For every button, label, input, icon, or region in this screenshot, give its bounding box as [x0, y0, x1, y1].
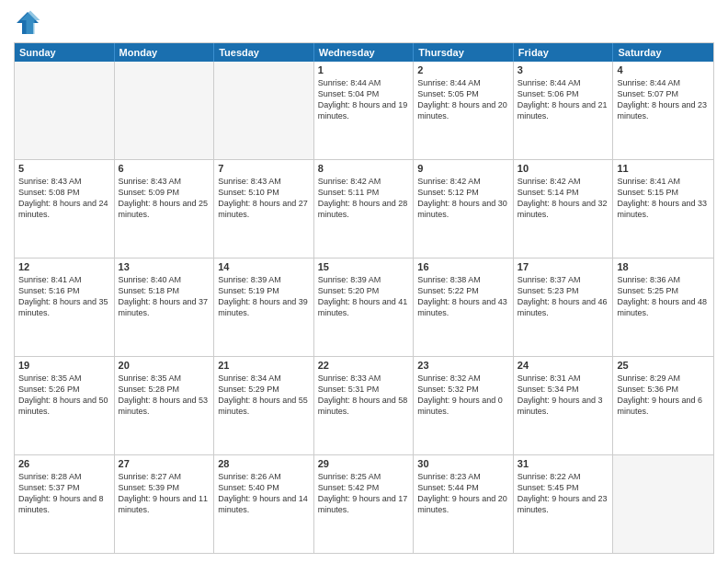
day-number: 24	[518, 360, 609, 371]
cell-detail: Sunrise: 8:22 AMSunset: 5:45 PMDaylight:…	[518, 471, 609, 516]
day-number: 25	[617, 360, 710, 371]
day-number: 8	[318, 163, 410, 174]
calendar-cell: 23Sunrise: 8:32 AMSunset: 5:32 PMDayligh…	[414, 357, 514, 454]
day-number: 29	[318, 458, 410, 469]
calendar-cell: 1Sunrise: 8:44 AMSunset: 5:04 PMDaylight…	[314, 62, 415, 159]
day-number: 20	[119, 360, 210, 371]
cell-detail: Sunrise: 8:32 AMSunset: 5:32 PMDaylight:…	[417, 373, 509, 418]
calendar-cell: 2Sunrise: 8:44 AMSunset: 5:05 PMDaylight…	[414, 62, 514, 159]
cell-detail: Sunrise: 8:26 AMSunset: 5:40 PMDaylight:…	[218, 471, 310, 516]
cell-detail: Sunrise: 8:39 AMSunset: 5:19 PMDaylight:…	[218, 274, 310, 319]
cell-detail: Sunrise: 8:23 AMSunset: 5:44 PMDaylight:…	[417, 471, 509, 516]
calendar-cell: 22Sunrise: 8:33 AMSunset: 5:31 PMDayligh…	[314, 357, 415, 454]
calendar-cell	[214, 62, 314, 159]
day-number: 23	[417, 360, 509, 371]
weekday-header: Friday	[514, 43, 614, 62]
calendar-cell: 17Sunrise: 8:37 AMSunset: 5:23 PMDayligh…	[514, 259, 614, 356]
calendar-row: 19Sunrise: 8:35 AMSunset: 5:26 PMDayligh…	[15, 356, 713, 454]
day-number: 13	[119, 261, 210, 272]
calendar-cell: 11Sunrise: 8:41 AMSunset: 5:15 PMDayligh…	[613, 160, 713, 258]
cell-detail: Sunrise: 8:43 AMSunset: 5:09 PMDaylight:…	[119, 176, 210, 221]
calendar-cell: 5Sunrise: 8:43 AMSunset: 5:08 PMDaylight…	[15, 160, 115, 258]
day-number: 27	[119, 458, 210, 469]
day-number: 6	[119, 163, 210, 174]
day-number: 11	[617, 163, 710, 174]
calendar-cell: 10Sunrise: 8:42 AMSunset: 5:14 PMDayligh…	[514, 160, 614, 258]
day-number: 18	[617, 261, 710, 272]
day-number: 9	[417, 163, 509, 174]
calendar-cell: 26Sunrise: 8:28 AMSunset: 5:37 PMDayligh…	[15, 455, 115, 553]
day-number: 4	[617, 64, 710, 75]
calendar-cell: 7Sunrise: 8:43 AMSunset: 5:10 PMDaylight…	[214, 160, 314, 258]
cell-detail: Sunrise: 8:35 AMSunset: 5:28 PMDaylight:…	[119, 373, 210, 418]
cell-detail: Sunrise: 8:38 AMSunset: 5:22 PMDaylight:…	[417, 274, 509, 319]
calendar-cell	[15, 62, 115, 159]
day-number: 3	[518, 64, 609, 75]
calendar-row: 12Sunrise: 8:41 AMSunset: 5:16 PMDayligh…	[15, 258, 713, 356]
day-number: 1	[318, 64, 410, 75]
day-number: 30	[417, 458, 509, 469]
cell-detail: Sunrise: 8:41 AMSunset: 5:15 PMDaylight:…	[617, 176, 710, 221]
cell-detail: Sunrise: 8:44 AMSunset: 5:07 PMDaylight:…	[617, 77, 710, 122]
weekday-header: Monday	[115, 43, 215, 62]
cell-detail: Sunrise: 8:42 AMSunset: 5:14 PMDaylight:…	[518, 176, 609, 221]
cell-detail: Sunrise: 8:27 AMSunset: 5:39 PMDaylight:…	[119, 471, 210, 516]
calendar-cell: 4Sunrise: 8:44 AMSunset: 5:07 PMDaylight…	[613, 62, 713, 159]
cell-detail: Sunrise: 8:41 AMSunset: 5:16 PMDaylight:…	[18, 274, 110, 319]
day-number: 22	[318, 360, 410, 371]
cell-detail: Sunrise: 8:44 AMSunset: 5:06 PMDaylight:…	[518, 77, 609, 122]
page: SundayMondayTuesdayWednesdayThursdayFrid…	[0, 0, 728, 563]
calendar-cell: 18Sunrise: 8:36 AMSunset: 5:25 PMDayligh…	[613, 259, 713, 356]
calendar-row: 5Sunrise: 8:43 AMSunset: 5:08 PMDaylight…	[15, 159, 713, 258]
calendar-cell: 14Sunrise: 8:39 AMSunset: 5:19 PMDayligh…	[214, 259, 314, 356]
cell-detail: Sunrise: 8:33 AMSunset: 5:31 PMDaylight:…	[318, 373, 410, 418]
calendar-cell: 27Sunrise: 8:27 AMSunset: 5:39 PMDayligh…	[115, 455, 215, 553]
calendar: SundayMondayTuesdayWednesdayThursdayFrid…	[14, 42, 714, 554]
calendar-cell: 13Sunrise: 8:40 AMSunset: 5:18 PMDayligh…	[115, 259, 215, 356]
calendar-cell: 6Sunrise: 8:43 AMSunset: 5:09 PMDaylight…	[115, 160, 215, 258]
day-number: 10	[518, 163, 609, 174]
cell-detail: Sunrise: 8:35 AMSunset: 5:26 PMDaylight:…	[18, 373, 110, 418]
header	[14, 9, 714, 37]
calendar-cell: 29Sunrise: 8:25 AMSunset: 5:42 PMDayligh…	[314, 455, 415, 553]
calendar-cell: 28Sunrise: 8:26 AMSunset: 5:40 PMDayligh…	[214, 455, 314, 553]
calendar-cell: 31Sunrise: 8:22 AMSunset: 5:45 PMDayligh…	[514, 455, 614, 553]
weekday-header: Thursday	[414, 43, 514, 62]
day-number: 17	[518, 261, 609, 272]
calendar-header: SundayMondayTuesdayWednesdayThursdayFrid…	[15, 43, 713, 62]
cell-detail: Sunrise: 8:37 AMSunset: 5:23 PMDaylight:…	[518, 274, 609, 319]
calendar-cell: 24Sunrise: 8:31 AMSunset: 5:34 PMDayligh…	[514, 357, 614, 454]
cell-detail: Sunrise: 8:43 AMSunset: 5:10 PMDaylight:…	[218, 176, 310, 221]
day-number: 12	[18, 261, 110, 272]
weekday-header: Tuesday	[214, 43, 314, 62]
cell-detail: Sunrise: 8:28 AMSunset: 5:37 PMDaylight:…	[18, 471, 110, 516]
calendar-cell: 3Sunrise: 8:44 AMSunset: 5:06 PMDaylight…	[514, 62, 614, 159]
day-number: 2	[417, 64, 509, 75]
cell-detail: Sunrise: 8:42 AMSunset: 5:12 PMDaylight:…	[417, 176, 509, 221]
day-number: 7	[218, 163, 310, 174]
calendar-cell: 20Sunrise: 8:35 AMSunset: 5:28 PMDayligh…	[115, 357, 215, 454]
logo-icon	[14, 9, 41, 37]
cell-detail: Sunrise: 8:36 AMSunset: 5:25 PMDaylight:…	[617, 274, 710, 319]
calendar-cell: 9Sunrise: 8:42 AMSunset: 5:12 PMDaylight…	[414, 160, 514, 258]
day-number: 19	[18, 360, 110, 371]
cell-detail: Sunrise: 8:42 AMSunset: 5:11 PMDaylight:…	[318, 176, 410, 221]
day-number: 5	[18, 163, 110, 174]
day-number: 28	[218, 458, 310, 469]
cell-detail: Sunrise: 8:44 AMSunset: 5:05 PMDaylight:…	[417, 77, 509, 122]
cell-detail: Sunrise: 8:25 AMSunset: 5:42 PMDaylight:…	[318, 471, 410, 516]
calendar-body: 1Sunrise: 8:44 AMSunset: 5:04 PMDaylight…	[15, 62, 713, 553]
calendar-cell: 15Sunrise: 8:39 AMSunset: 5:20 PMDayligh…	[314, 259, 415, 356]
calendar-cell: 19Sunrise: 8:35 AMSunset: 5:26 PMDayligh…	[15, 357, 115, 454]
calendar-cell	[613, 455, 713, 553]
day-number: 14	[218, 261, 310, 272]
calendar-cell	[115, 62, 215, 159]
day-number: 15	[318, 261, 410, 272]
day-number: 26	[18, 458, 110, 469]
cell-detail: Sunrise: 8:43 AMSunset: 5:08 PMDaylight:…	[18, 176, 110, 221]
cell-detail: Sunrise: 8:39 AMSunset: 5:20 PMDaylight:…	[318, 274, 410, 319]
cell-detail: Sunrise: 8:29 AMSunset: 5:36 PMDaylight:…	[617, 373, 710, 418]
cell-detail: Sunrise: 8:40 AMSunset: 5:18 PMDaylight:…	[119, 274, 210, 319]
day-number: 31	[518, 458, 609, 469]
logo	[14, 9, 45, 37]
